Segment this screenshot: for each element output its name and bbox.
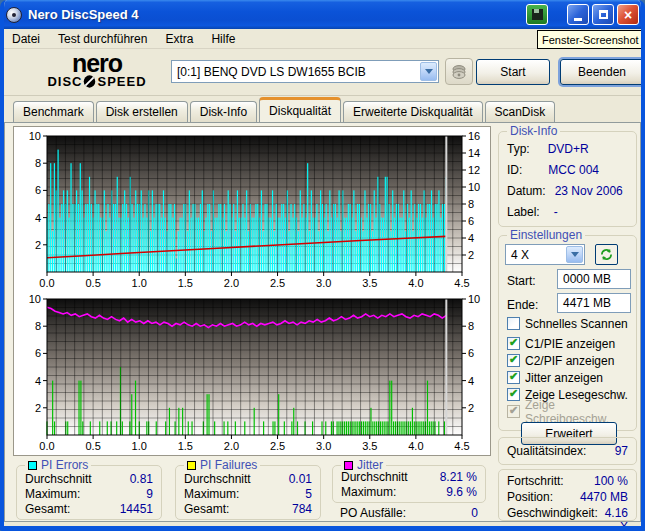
- po-failures-row: PO Ausfälle: 0: [340, 506, 478, 520]
- checkbox-c2-pif[interactable]: C2/PIF anzeigen: [507, 353, 614, 368]
- menu-test-durchfuehren[interactable]: Test durchführen: [58, 32, 147, 46]
- minimize-button[interactable]: [567, 4, 589, 25]
- svg-text:12: 12: [468, 164, 480, 176]
- svg-text:4.5: 4.5: [454, 440, 469, 452]
- progress-box: Fortschritt:100 % Position:4470 MB Gesch…: [498, 469, 637, 521]
- svg-text:2.5: 2.5: [270, 440, 285, 452]
- checkbox-schnelles-scannen[interactable]: Schnelles Scannen: [507, 316, 628, 331]
- pi-failures-stats-title: PI Failures: [200, 458, 257, 472]
- quality-index-value: 97: [615, 444, 628, 458]
- svg-text:8: 8: [468, 198, 474, 210]
- chevron-down-icon: [571, 252, 579, 257]
- menu-hilfe[interactable]: Hilfe: [211, 32, 235, 46]
- start-position-field[interactable]: 0000 MB: [557, 269, 631, 289]
- svg-text:4: 4: [468, 375, 474, 387]
- checkbox-c1-pie[interactable]: C1/PIE anzeigen: [507, 336, 615, 351]
- pie-avg-value: 0.81: [130, 472, 153, 486]
- svg-text:4: 4: [35, 375, 41, 387]
- settings-title: Einstellungen: [507, 228, 585, 242]
- eject-button[interactable]: [445, 58, 473, 85]
- disk-date-label: Datum:: [507, 184, 546, 198]
- minimize-icon: [574, 18, 582, 21]
- po-failures-label: PO Ausfälle:: [340, 506, 406, 520]
- po-failures-value: 0: [471, 506, 478, 520]
- nero-discspeed-logo: nero DISC SPEED: [32, 52, 162, 89]
- pi-errors-legend-icon: [28, 461, 37, 470]
- quality-index-box: Qualitätsindex:97: [498, 437, 637, 465]
- svg-text:1.0: 1.0: [132, 440, 147, 452]
- svg-text:6: 6: [35, 184, 41, 196]
- svg-text:2: 2: [468, 402, 474, 414]
- svg-text:1.5: 1.5: [178, 277, 193, 289]
- svg-text:0.0: 0.0: [39, 277, 54, 289]
- progress-label: Fortschritt:: [507, 474, 564, 488]
- checkbox-schreibgeschw[interactable]: Zeige Schreibgeschw.: [507, 404, 636, 419]
- disk-id-value: MCC 004: [522, 163, 628, 177]
- diskqualitaet-page: 1086421614121086420.00.51.01.52.02.53.03…: [4, 122, 641, 522]
- chevron-down-icon: [425, 69, 433, 74]
- disk-info-title: Disk-Info: [507, 124, 560, 138]
- disk-date-value: 23 Nov 2006: [546, 184, 628, 198]
- svg-text:3.5: 3.5: [362, 277, 377, 289]
- checkbox-icon: [507, 405, 520, 418]
- quality-index-label: Qualitätsindex:: [507, 444, 586, 458]
- checkbox-icon: [507, 317, 520, 330]
- pif-total-value: 784: [292, 502, 312, 516]
- tab-diskqualitaet[interactable]: Diskqualität: [259, 97, 341, 122]
- svg-text:6: 6: [35, 347, 41, 359]
- jitter-stats-group: Jitter Durchschnitt8.21 % Maximum:9.6 %: [332, 465, 486, 503]
- svg-text:8: 8: [35, 157, 41, 169]
- menu-datei[interactable]: Datei: [12, 32, 40, 46]
- start-position-label: Start:: [507, 274, 536, 288]
- quit-button[interactable]: Beenden: [560, 59, 644, 85]
- refresh-icon: [600, 248, 613, 261]
- floppy-disk-icon: [532, 9, 543, 20]
- pi-errors-stats-title: PI Errors: [41, 458, 88, 472]
- position-label: Position:: [507, 490, 553, 504]
- svg-text:0.5: 0.5: [85, 440, 100, 452]
- svg-text:2.0: 2.0: [224, 277, 239, 289]
- header-bar: nero DISC SPEED [0:1] BENQ DVD LS DW1655…: [4, 50, 641, 96]
- drive-select[interactable]: [0:1] BENQ DVD LS DW1655 BCIB: [171, 60, 439, 83]
- speed-select-dropdown-button[interactable]: [566, 246, 583, 263]
- svg-text:4: 4: [468, 232, 474, 244]
- pi-errors-stats-group: PI Errors Durchschnitt0.81 Maximum:9 Ges…: [16, 465, 162, 520]
- svg-text:2: 2: [468, 249, 474, 261]
- tab-erweiterte-diskqualitaet[interactable]: Erweiterte Diskqualität: [343, 101, 482, 122]
- svg-text:0.5: 0.5: [85, 277, 100, 289]
- svg-text:6: 6: [468, 215, 474, 227]
- svg-text:6: 6: [468, 347, 474, 359]
- drive-select-dropdown-button[interactable]: [420, 62, 437, 81]
- title-bar[interactable]: Nero DiscSpeed 4 ×: [0, 0, 645, 29]
- tab-scandisk[interactable]: ScanDisk: [485, 101, 556, 122]
- pi-failures-stats-group: PI Failures Durchschnitt0.01 Maximum:5 G…: [175, 465, 321, 520]
- checkbox-icon: [507, 371, 520, 384]
- jitter-legend-icon: [344, 461, 353, 470]
- svg-text:1.0: 1.0: [132, 277, 147, 289]
- start-button[interactable]: Start: [476, 59, 550, 85]
- svg-text:2: 2: [35, 239, 41, 251]
- svg-text:10: 10: [29, 130, 41, 142]
- menu-extra[interactable]: Extra: [165, 32, 193, 46]
- screenshot-button[interactable]: [526, 4, 548, 25]
- disk-label-label: Label:: [507, 205, 540, 219]
- svg-text:16: 16: [468, 130, 480, 142]
- maximize-icon: [599, 10, 608, 19]
- disk-type-label: Typ:: [507, 142, 530, 156]
- maximize-button[interactable]: [592, 4, 614, 25]
- checkbox-jitter[interactable]: Jitter anzeigen: [507, 370, 603, 385]
- tab-disk-erstellen[interactable]: Disk erstellen: [96, 101, 188, 122]
- end-position-field[interactable]: 4471 MB: [557, 293, 631, 313]
- app-icon: [6, 7, 22, 23]
- speed-value: 4.16 X: [598, 506, 628, 531]
- progress-value: 100 %: [594, 474, 628, 488]
- pi-errors-chart: 1086421614121086420.00.51.01.52.02.53.03…: [14, 127, 490, 290]
- refresh-button[interactable]: [595, 244, 618, 265]
- svg-text:1.5: 1.5: [178, 440, 193, 452]
- close-button[interactable]: ×: [617, 4, 639, 25]
- close-icon: ×: [624, 8, 632, 22]
- tab-disk-info[interactable]: Disk-Info: [190, 101, 257, 122]
- tab-benchmark[interactable]: Benchmark: [13, 101, 94, 122]
- svg-text:4.5: 4.5: [454, 277, 469, 289]
- speed-select[interactable]: 4 X: [505, 244, 585, 265]
